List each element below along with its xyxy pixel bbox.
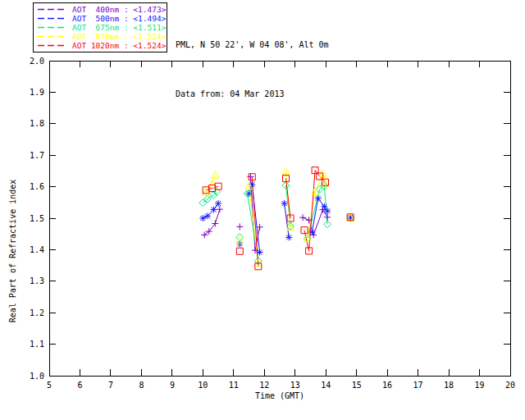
legend-item: AOT 400nm : <1.473>: [37, 5, 164, 14]
legend-item-label: AOT 675nm : <1.511>: [72, 23, 166, 32]
svg-text:1.6: 1.6: [30, 182, 44, 191]
y-axis-label: Real Part of Refractive index: [8, 180, 17, 323]
svg-text:1.1: 1.1: [30, 340, 44, 349]
svg-text:8: 8: [139, 381, 144, 390]
legend-item: AOT 675nm : <1.511>: [37, 23, 164, 32]
legend-item: AOT 500nm : <1.494>: [37, 14, 164, 23]
svg-text:9: 9: [170, 381, 175, 390]
legend-item-label: AOT 400nm : <1.473>: [72, 5, 166, 14]
svg-text:20: 20: [505, 381, 515, 390]
x-axis-label: Time (GMT): [255, 391, 304, 400]
chart-header: PML, N 50 22', W 04 08', Alt 0m Data fro…: [176, 4, 329, 119]
legend-dash-sample-icon: [37, 32, 68, 41]
svg-text:1.9: 1.9: [30, 88, 44, 97]
legend-item: AOT 1020nm : <1.524>: [37, 41, 164, 50]
svg-text:17: 17: [413, 381, 423, 390]
svg-text:1.8: 1.8: [30, 119, 44, 128]
svg-text:1.0: 1.0: [30, 372, 44, 381]
svg-text:1.2: 1.2: [30, 308, 44, 317]
legend-item-label: AOT 870nm : <1.524>: [72, 32, 166, 41]
svg-text:11: 11: [229, 381, 239, 390]
chart-legend: AOT 400nm : <1.473>AOT 500nm : <1.494>AO…: [33, 2, 167, 52]
legend-dash-sample-icon: [37, 41, 68, 50]
svg-text:19: 19: [474, 381, 484, 390]
svg-text:2.0: 2.0: [30, 57, 44, 66]
svg-text:10: 10: [198, 381, 208, 390]
legend-item-label: AOT 500nm : <1.494>: [72, 14, 166, 23]
svg-text:1.4: 1.4: [30, 245, 44, 254]
svg-text:5: 5: [47, 381, 52, 390]
legend-item-label: AOT 1020nm : <1.524>: [72, 41, 166, 50]
svg-text:6: 6: [77, 381, 82, 390]
station-location-text: PML, N 50 22', W 04 08', Alt 0m: [176, 37, 329, 53]
legend-item: AOT 870nm : <1.524>: [37, 32, 164, 41]
svg-text:1.3: 1.3: [30, 276, 44, 285]
svg-text:1.5: 1.5: [30, 214, 44, 223]
legend-dash-sample-icon: [37, 14, 68, 23]
svg-text:18: 18: [444, 381, 454, 390]
svg-text:15: 15: [352, 381, 362, 390]
legend-dash-sample-icon: [37, 5, 68, 14]
svg-text:7: 7: [108, 381, 113, 390]
legend-dash-sample-icon: [37, 23, 68, 32]
svg-text:12: 12: [259, 381, 269, 390]
svg-text:1.7: 1.7: [30, 151, 44, 160]
svg-text:16: 16: [382, 381, 392, 390]
svg-text:14: 14: [321, 381, 331, 390]
data-date-text: Data from: 04 Mar 2013: [176, 86, 329, 103]
svg-text:13: 13: [290, 381, 300, 390]
